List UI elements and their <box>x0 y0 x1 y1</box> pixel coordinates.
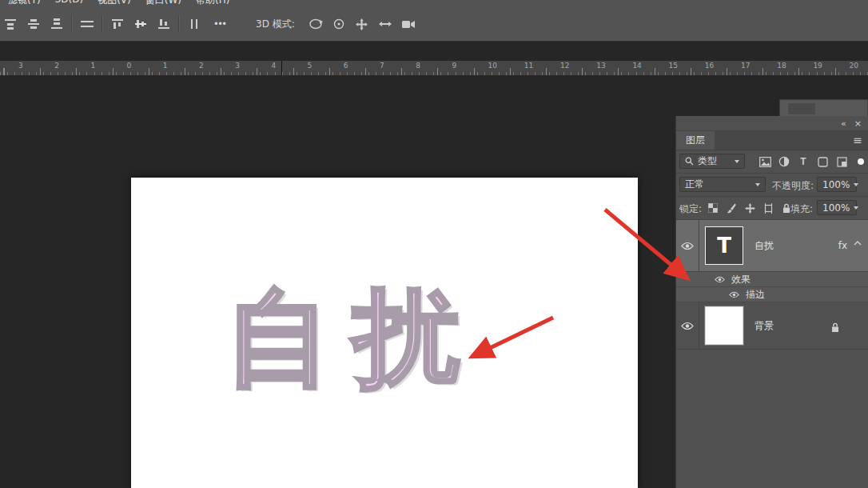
divider <box>102 15 103 33</box>
menu-bar: 滤镜(T) 3D(D) 视图(V) 窗口(W) 帮助(H) <box>0 0 868 7</box>
chevron-down-icon <box>755 183 760 186</box>
filter-smart-object-button[interactable] <box>834 154 849 169</box>
menu-view[interactable]: 视图(V) <box>98 0 131 7</box>
ruler-label: 10 <box>488 62 497 70</box>
align-vcenter-icon <box>135 18 146 30</box>
align-bottom-icon <box>158 18 169 30</box>
ruler-label: 0 <box>127 62 132 70</box>
filter-type-select[interactable]: 类型 <box>679 154 745 169</box>
distribute-top-button[interactable] <box>2 15 19 33</box>
distribute-bottom-button[interactable] <box>48 15 66 33</box>
adjustment-circle-icon <box>778 156 790 167</box>
ruler-minor-ticks <box>0 72 868 75</box>
fill-label: 填充: <box>790 202 813 216</box>
filter-shape-button[interactable] <box>815 154 830 169</box>
3d-dolly-button[interactable] <box>400 15 417 33</box>
ruler-label: 12 <box>560 62 569 70</box>
lock-artboard-button[interactable] <box>762 202 774 214</box>
3d-orbit-icon <box>309 18 323 30</box>
stroke-visibility-toggle[interactable] <box>729 291 739 298</box>
close-panel-icon[interactable]: × <box>854 119 862 128</box>
lock-transparent-pixels-button[interactable] <box>707 202 719 214</box>
3d-roll-button[interactable] <box>330 15 348 33</box>
align-top-button[interactable] <box>109 15 126 33</box>
filter-pixel-button[interactable] <box>758 154 772 169</box>
ruler-label: 15 <box>669 62 678 70</box>
distribute-bottom-icon <box>50 18 63 30</box>
ruler-label: 9 <box>452 62 456 70</box>
fill-select[interactable]: 100% <box>817 200 857 215</box>
layers-panel: « × 图层 ≡ 类型 T <box>675 116 868 488</box>
lock-row: 锁定: 填充: 100% <box>676 197 868 220</box>
stroke-effect-label: 描边 <box>746 288 765 302</box>
layer-name[interactable]: 背景 <box>755 319 774 333</box>
3d-pan-button[interactable] <box>353 15 371 33</box>
eye-icon <box>681 242 694 250</box>
text-layer-thumbnail[interactable]: T <box>705 226 743 265</box>
opacity-label: 不透明度: <box>772 179 814 193</box>
effects-visibility-toggle[interactable] <box>715 276 725 283</box>
background-lock-icon <box>831 322 839 333</box>
ruler-label: 19 <box>813 62 822 70</box>
filter-switch-toggle[interactable] <box>858 158 864 165</box>
ruler-label: 1 <box>163 62 168 70</box>
divider <box>71 15 73 33</box>
visibility-toggle[interactable] <box>676 302 699 349</box>
chevron-down-icon <box>854 206 858 210</box>
ruler-label: 11 <box>524 62 533 70</box>
3d-orbit-button[interactable] <box>307 15 325 33</box>
document-canvas[interactable]: 自扰 <box>131 178 638 488</box>
menu-window[interactable]: 窗口(W) <box>145 0 181 7</box>
effects-group-row[interactable]: 效果 <box>676 272 868 287</box>
collapsed-panel-tab[interactable] <box>788 103 815 114</box>
filter-adjustment-button[interactable] <box>777 154 791 169</box>
3d-dolly-icon <box>401 19 416 30</box>
chevron-down-icon <box>735 160 739 163</box>
collapse-panel-icon[interactable]: « <box>841 119 846 128</box>
stroke-effect-row[interactable]: 描边 <box>676 287 868 302</box>
3d-mode-label: 3D 模式: <box>256 18 295 31</box>
more-options-button[interactable]: ••• <box>209 15 233 33</box>
collapsed-panel-stub[interactable] <box>779 99 868 117</box>
layer-row-background[interactable]: 背景 <box>676 302 868 350</box>
collapse-effects-icon[interactable] <box>854 241 862 246</box>
eye-icon <box>729 291 739 298</box>
background-layer-thumbnail[interactable] <box>705 306 743 345</box>
blend-mode-select[interactable]: 正常 <box>679 177 766 192</box>
opacity-select[interactable]: 100% <box>817 177 857 192</box>
fx-badge[interactable]: fx <box>838 240 847 251</box>
layer-name[interactable]: 自扰 <box>755 239 774 253</box>
lock-position-button[interactable] <box>743 202 756 214</box>
align-vcenter-button[interactable] <box>132 15 149 33</box>
chevron-down-icon <box>854 183 858 186</box>
3d-slide-icon <box>379 19 392 29</box>
ruler-label: 16 <box>705 62 714 70</box>
ruler-label: 3 <box>18 62 23 70</box>
align-bottom-button[interactable] <box>155 15 173 33</box>
distribute-vcenter-button[interactable] <box>25 15 42 33</box>
search-icon <box>685 157 694 166</box>
3d-slide-button[interactable] <box>376 15 394 33</box>
ruler-label: 14 <box>632 62 641 70</box>
layer-row-text[interactable]: T 自扰 fx <box>676 220 868 272</box>
menu-3d[interactable]: 3D(D) <box>55 0 83 7</box>
ruler-label: 6 <box>344 62 348 70</box>
fill-value: 100% <box>822 202 850 214</box>
distribute-vcenter-icon <box>27 18 40 30</box>
menu-help[interactable]: 帮助(H) <box>196 0 229 7</box>
tab-layers[interactable]: 图层 <box>676 131 715 150</box>
horizontal-ruler[interactable]: 32101234567891011121314151617181920 <box>0 61 868 76</box>
filter-type-layer-button[interactable]: T <box>796 154 810 169</box>
lock-image-pixels-button[interactable] <box>725 202 738 214</box>
ruler-label: 17 <box>741 62 750 70</box>
opacity-value: 100% <box>822 179 850 190</box>
panel-menu-icon[interactable]: ≡ <box>853 134 862 146</box>
distribute-hspacing-button[interactable] <box>185 15 203 33</box>
divider <box>178 15 180 33</box>
visibility-toggle[interactable] <box>676 220 699 271</box>
ruler-label: 13 <box>596 62 605 70</box>
menu-filter[interactable]: 滤镜(T) <box>8 0 41 7</box>
ruler-label: 20 <box>850 62 858 70</box>
lock-label: 锁定: <box>679 202 702 216</box>
distribute-spacing-button[interactable] <box>78 15 96 33</box>
